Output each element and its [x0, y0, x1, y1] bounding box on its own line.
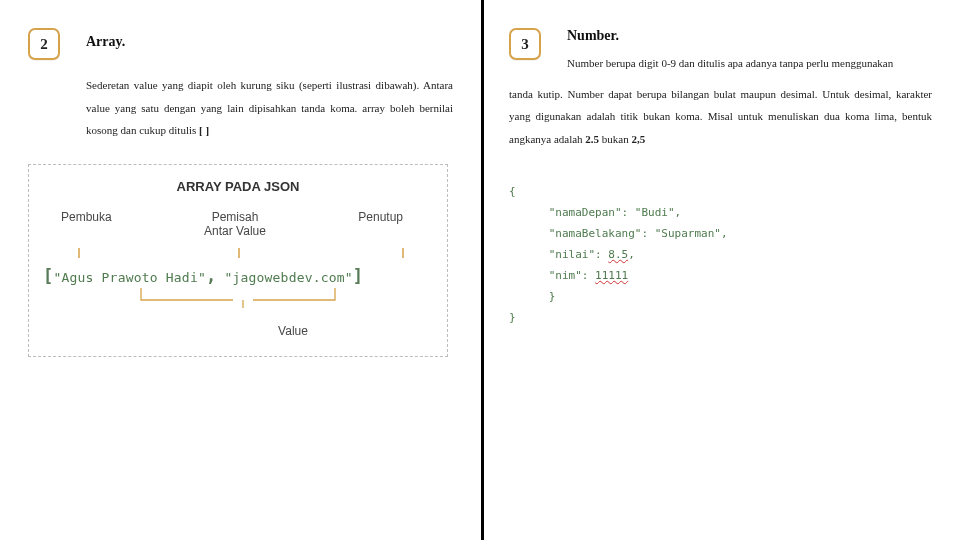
arrows-top	[43, 246, 435, 260]
label-pemisah: Pemisah Antar Value	[204, 210, 266, 239]
number-intro: Number berupa digit 0-9 dan ditulis apa …	[567, 52, 893, 75]
code-l4b: 8.5	[608, 248, 628, 261]
code-val2: "jagowebdev.com"	[224, 270, 352, 285]
number-body-mid: bukan	[599, 133, 631, 145]
page: 2 Array. Sederetan value yang diapit ole…	[0, 0, 960, 540]
code-l2: "namaDepan": "Budi",	[509, 206, 681, 219]
code-val1: "Agus Prawoto Hadi"	[53, 270, 206, 285]
label-penutup: Penutup	[358, 210, 403, 224]
array-body-brackets: [ ]	[199, 124, 209, 136]
section-head-3: 3 Number. Number berupa digit 0-9 dan di…	[509, 28, 932, 75]
json-code-sample: { "namaDepan": "Budi", "namaBelakang": "…	[509, 182, 932, 328]
badge-2: 2	[28, 28, 60, 60]
code-l4c: ,	[628, 248, 635, 261]
array-body-main: Sederetan value yang diapit oleh kurung …	[86, 79, 453, 136]
code-comma: ,	[206, 266, 216, 286]
section-title-array: Array.	[86, 28, 125, 50]
diagram-code-row: ["Agus Prawoto Hadi", "jagowebdev.com"]	[43, 266, 433, 286]
right-column: 3 Number. Number berupa digit 0-9 dan di…	[481, 0, 960, 540]
bracket-open: [	[43, 266, 53, 286]
code-l6: }	[509, 290, 555, 303]
label-pembuka: Pembuka	[61, 210, 112, 224]
code-l5a: "nim":	[509, 269, 595, 282]
array-body-text: Sederetan value yang diapit oleh kurung …	[86, 74, 453, 142]
code-l7: }	[509, 311, 516, 324]
badge-3: 3	[509, 28, 541, 60]
diagram-top-labels: Pembuka Pemisah Antar Value Penutup	[61, 210, 403, 239]
code-l5b: 11111	[595, 269, 628, 282]
code-l3: "namaBelakang": "Suparman",	[509, 227, 728, 240]
code-l1: {	[509, 185, 516, 198]
number-body-text: tanda kutip. Number dapat berupa bilanga…	[509, 83, 932, 151]
arrows-bottom	[43, 286, 435, 310]
number-25-comma: 2,5	[632, 133, 646, 145]
right-head-text: Number. Number berupa digit 0-9 dan ditu…	[567, 28, 893, 75]
array-diagram: ARRAY PADA JSON Pembuka Pemisah Antar Va…	[28, 164, 448, 358]
section-head-2: 2 Array.	[28, 28, 453, 60]
code-l4a: "nilai":	[509, 248, 608, 261]
diagram-title: ARRAY PADA JSON	[43, 179, 433, 194]
section-title-number: Number.	[567, 28, 893, 44]
label-pemisah-line2: Antar Value	[204, 224, 266, 238]
diagram-value-label: Value	[153, 324, 433, 338]
number-25-dot: 2.5	[585, 133, 599, 145]
left-column: 2 Array. Sederetan value yang diapit ole…	[0, 0, 481, 540]
number-body-a: tanda kutip. Number dapat berupa bilanga…	[509, 88, 932, 145]
label-pemisah-line1: Pemisah	[212, 210, 259, 224]
bracket-close: ]	[353, 266, 363, 286]
